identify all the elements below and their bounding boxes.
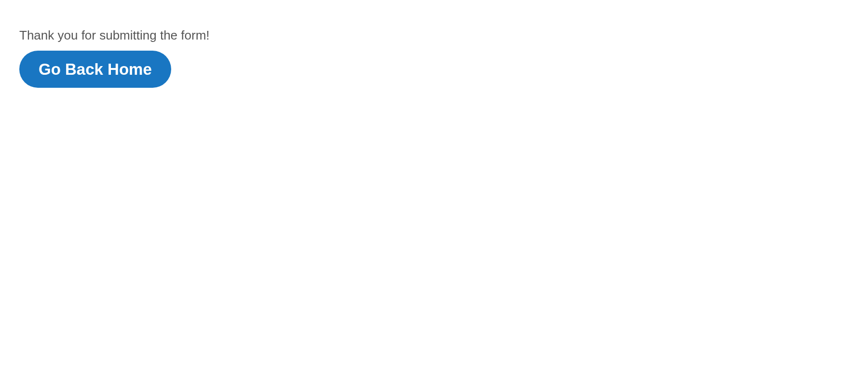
thank-you-message: Thank you for submitting the form! — [19, 28, 868, 43]
go-back-home-button[interactable]: Go Back Home — [19, 51, 171, 88]
